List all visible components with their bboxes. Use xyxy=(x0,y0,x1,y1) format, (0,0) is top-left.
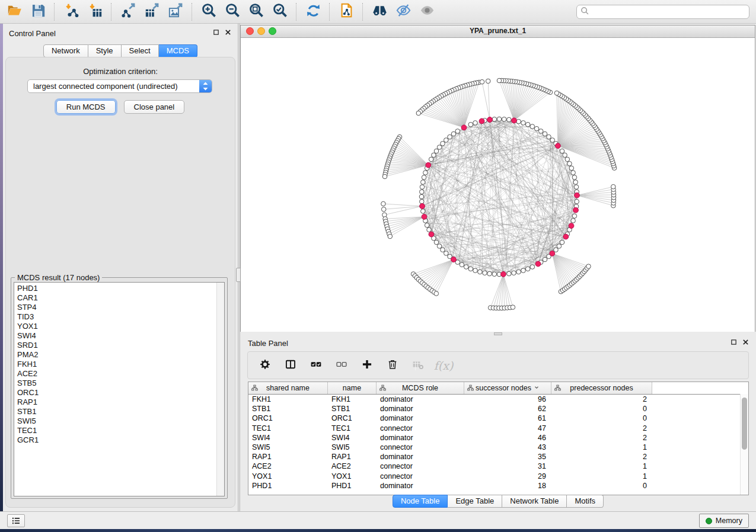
import-table-button[interactable] xyxy=(83,2,107,22)
result-list-scrollbar[interactable] xyxy=(216,283,224,496)
columns-button[interactable] xyxy=(283,358,298,373)
table-row[interactable]: ACE2ACE2connector311 xyxy=(248,462,748,471)
table-row[interactable]: YOX1YOX1connector291 xyxy=(248,472,748,481)
result-list-item[interactable]: CAR1 xyxy=(17,293,214,303)
table-row[interactable]: PHD1PHD1dominator180 xyxy=(248,481,748,491)
search-input[interactable] xyxy=(590,5,749,18)
float-panel-icon[interactable] xyxy=(212,28,220,36)
import-table-icon xyxy=(87,2,103,21)
result-list-item[interactable]: GCR1 xyxy=(17,435,214,445)
search-box xyxy=(576,5,749,19)
table-scrollbar-thumb[interactable] xyxy=(742,398,747,450)
cell-role: connector xyxy=(377,472,464,481)
column-header-predecessor-nodes[interactable]: predecessor nodes xyxy=(551,382,652,394)
result-list-item[interactable]: RAP1 xyxy=(17,398,214,407)
search-icon xyxy=(580,6,590,18)
tab-motifs[interactable]: Motifs xyxy=(567,495,604,508)
show-graphics-button[interactable] xyxy=(415,2,439,22)
cell-successors: 47 xyxy=(464,424,551,433)
network-graph[interactable] xyxy=(241,38,755,332)
zoom-out-icon xyxy=(225,2,241,21)
search-network-button[interactable] xyxy=(368,2,391,22)
import-network-button[interactable] xyxy=(59,2,83,22)
result-list-item[interactable]: TID3 xyxy=(17,312,214,322)
zoom-in-button[interactable] xyxy=(197,2,221,22)
table-panel: Table Panel f(x) shared namenameMCDS rol… xyxy=(240,335,756,509)
mcds-result-listbox[interactable]: PHD1CAR1STP4TID3YOX1SWI4SRD1PMA2FKH1ACE2… xyxy=(14,282,225,496)
result-list-item[interactable]: PHD1 xyxy=(17,284,214,293)
add-button[interactable] xyxy=(360,358,374,373)
zoom-out-button[interactable] xyxy=(221,2,244,22)
table-row[interactable]: TEC1TEC1connector472 xyxy=(248,424,748,433)
table-row[interactable]: SWI5SWI5connector431 xyxy=(248,443,748,452)
cell-role: connector xyxy=(377,443,464,452)
cell-name: SWI5 xyxy=(328,443,377,452)
hide-graphics-button[interactable] xyxy=(391,2,415,22)
cell-role: connector xyxy=(377,462,464,471)
deselect-all-button[interactable] xyxy=(334,358,349,373)
control-panel-title: Control Panel xyxy=(9,29,56,38)
export-image-button[interactable] xyxy=(164,2,187,22)
tab-network[interactable]: Network xyxy=(43,44,88,57)
open-file-button[interactable] xyxy=(2,2,26,22)
tab-edge-table[interactable]: Edge Table xyxy=(448,495,502,508)
table-row[interactable]: SWI4SWI4dominator462 xyxy=(248,433,748,443)
table-row[interactable]: ORC1ORC1dominator610 xyxy=(248,414,748,423)
delete-button[interactable] xyxy=(385,358,400,373)
column-label: name xyxy=(343,384,361,392)
share-document-icon xyxy=(339,2,355,21)
column-header-successor-nodes[interactable]: successor nodes xyxy=(464,382,551,394)
table-row[interactable]: RAP1RAP1dominator352 xyxy=(248,452,748,462)
select-all-button[interactable] xyxy=(309,358,323,373)
result-list-item[interactable]: SWI4 xyxy=(17,331,214,341)
column-header-shared-name[interactable]: shared name xyxy=(248,382,328,394)
zoom-selected-button[interactable] xyxy=(268,2,292,22)
result-list-item[interactable]: SRD1 xyxy=(17,341,214,350)
run-mcds-button[interactable]: Run MCDS xyxy=(56,100,116,114)
result-list-item[interactable]: PMA2 xyxy=(17,350,214,360)
cell-predecessors: 2 xyxy=(551,452,652,462)
toolbar-separator xyxy=(111,3,112,21)
save-button[interactable] xyxy=(26,2,50,22)
result-list-item[interactable]: STB1 xyxy=(17,407,214,416)
memory-button[interactable]: Memory xyxy=(699,514,749,528)
close-panel-button[interactable]: Close panel xyxy=(124,100,185,114)
optimization-criterion-select[interactable]: largest connected component (undirected) xyxy=(27,79,212,93)
cell-shared_name: FKH1 xyxy=(248,395,328,404)
gear-icon xyxy=(259,358,271,373)
result-list-item[interactable]: SWI5 xyxy=(17,416,214,426)
table-row[interactable]: STB1STB1dominator620 xyxy=(248,404,748,414)
export-network-button[interactable] xyxy=(116,2,140,22)
table-panel-header: Table Panel xyxy=(248,338,749,348)
result-list-item[interactable]: FKH1 xyxy=(17,360,214,369)
result-list-item[interactable]: YOX1 xyxy=(17,322,214,331)
mcds-buttons-row: Run MCDS Close panel xyxy=(6,100,235,114)
table-scrollbar[interactable] xyxy=(740,394,748,495)
close-table-panel-icon[interactable] xyxy=(742,338,749,346)
result-list-item[interactable]: ACE2 xyxy=(17,369,214,379)
tab-mcds[interactable]: MCDS xyxy=(159,44,197,57)
result-list-item[interactable]: STB5 xyxy=(17,379,214,388)
share-document-button[interactable] xyxy=(334,2,358,22)
refresh-button[interactable] xyxy=(301,2,325,22)
tab-node-table[interactable]: Node Table xyxy=(393,495,448,508)
column-header-MCDS-role[interactable]: MCDS role xyxy=(377,382,464,394)
show-panels-button[interactable] xyxy=(7,514,25,527)
result-list-item[interactable]: STP4 xyxy=(17,303,214,312)
cell-role: connector xyxy=(377,424,464,433)
column-header-name[interactable]: name xyxy=(328,382,377,394)
zoom-fit-button[interactable] xyxy=(244,2,268,22)
tab-select[interactable]: Select xyxy=(122,44,159,57)
export-table-button[interactable] xyxy=(140,2,164,22)
table-row[interactable]: FKH1FKH1dominator962 xyxy=(248,395,748,404)
tab-style[interactable]: Style xyxy=(88,44,122,57)
result-list-item[interactable]: TEC1 xyxy=(17,426,214,435)
result-list-item[interactable]: ORC1 xyxy=(17,388,214,398)
network-window-titlebar[interactable]: YPA_prune.txt_1 xyxy=(241,25,755,38)
network-canvas[interactable] xyxy=(241,38,755,332)
cell-shared_name: SWI4 xyxy=(248,433,328,443)
tab-network-table[interactable]: Network Table xyxy=(502,495,567,508)
gear-button[interactable] xyxy=(258,358,272,373)
float-table-panel-icon[interactable] xyxy=(730,338,738,346)
close-panel-icon[interactable] xyxy=(224,28,232,36)
